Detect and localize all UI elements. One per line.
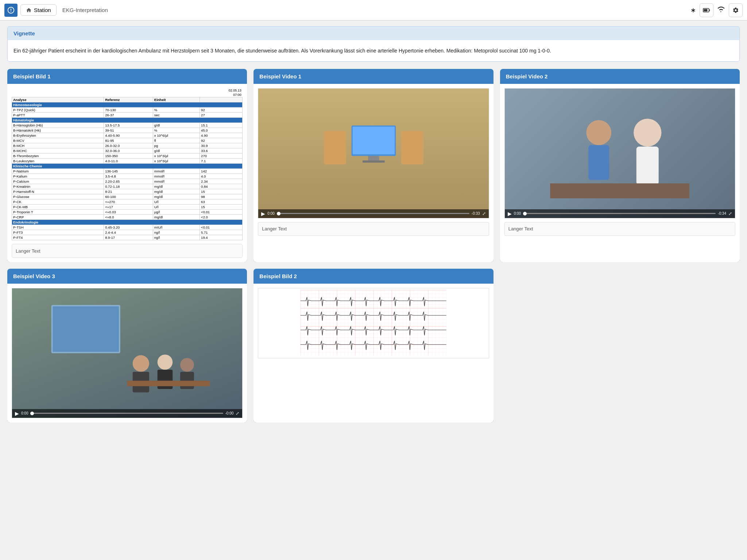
card-title-video-1: Beispiel Video 1 [253, 69, 493, 84]
card-body-bild-1: 02.05.13 07:00 AnalyseReferenzEinheit Hä… [7, 84, 247, 262]
play-button-video-1[interactable]: ▶ [261, 211, 265, 217]
logo-icon [7, 6, 15, 14]
svg-rect-10 [588, 145, 609, 180]
video-1-controls[interactable]: ▶ 0:00 -0:33 ⤢ [258, 209, 488, 218]
svg-rect-6 [363, 160, 385, 163]
expand-icon-video-1[interactable]: ⤢ [482, 211, 486, 216]
svg-point-9 [587, 120, 612, 145]
battery-icon [703, 7, 710, 13]
lab-table: 02.05.13 07:00 AnalyseReferenzEinheit Hä… [12, 88, 243, 240]
video-1-scene [305, 114, 443, 192]
svg-rect-2 [709, 9, 710, 11]
progress-bar-video-3[interactable] [30, 413, 223, 414]
ekg-svg [260, 290, 487, 355]
video-3-player[interactable]: ▶ 0:00 -0:00 ⤢ [12, 288, 243, 418]
caption-video-2[interactable]: Langer Text [504, 222, 735, 236]
vignette-section: Vignette Ein 62-jähriger Patient erschei… [7, 26, 740, 62]
svg-rect-4 [352, 127, 394, 155]
svg-rect-21 [180, 372, 194, 389]
time-current-video-2: 0:00 [514, 211, 521, 215]
card-body-video-1: ▶ 0:00 -0:33 ⤢ Langer Text [253, 84, 493, 262]
svg-rect-12 [636, 146, 659, 184]
play-button-video-2[interactable]: ▶ [508, 211, 512, 217]
card-beispiel-bild-2: Beispiel Bild 2 [253, 269, 493, 422]
svg-rect-1 [704, 9, 708, 11]
app-logo [4, 4, 18, 17]
settings-button[interactable] [729, 3, 743, 17]
station-label: Station [34, 7, 51, 13]
video-3-scene [35, 302, 219, 405]
station-button[interactable]: Station [20, 4, 57, 16]
media-grid: Beispiel Bild 1 02.05.13 07:00 AnalyseRe… [7, 69, 740, 422]
card-body-video-3: ▶ 0:00 -0:00 ⤢ [7, 284, 247, 422]
video-3-controls[interactable]: ▶ 0:00 -0:00 ⤢ [12, 409, 242, 418]
card-title-video-3: Beispiel Video 3 [7, 269, 247, 284]
header-icons: ∗ [690, 3, 743, 17]
video-2-scene [539, 108, 700, 199]
svg-rect-24 [301, 290, 446, 355]
battery-button[interactable] [700, 3, 713, 17]
expand-icon-video-2[interactable]: ⤢ [728, 211, 732, 216]
svg-rect-22 [127, 381, 210, 386]
video-2-controls[interactable]: ▶ 0:00 -0:34 ⤢ [505, 209, 735, 218]
bluetooth-icon: ∗ [690, 6, 696, 14]
video-2-player[interactable]: ▶ 0:00 -0:34 ⤢ [504, 88, 735, 218]
main-content: Vignette Ein 62-jähriger Patient erschei… [0, 20, 747, 428]
station-icon [26, 7, 32, 13]
svg-rect-7 [324, 131, 346, 164]
video-1-player[interactable]: ▶ 0:00 -0:33 ⤢ [258, 88, 489, 218]
card-body-video-2: ▶ 0:00 -0:34 ⤢ Langer Text [500, 84, 740, 262]
vignette-title: Vignette [8, 27, 739, 40]
wifi-icon [717, 6, 725, 14]
card-title-bild-2: Beispiel Bild 2 [253, 269, 493, 284]
settings-icon [732, 7, 739, 13]
card-title-video-2: Beispiel Video 2 [500, 69, 740, 84]
vignette-text: Ein 62-jähriger Patient erscheint in der… [8, 40, 739, 61]
card-body-bild-2 [253, 284, 493, 422]
app-header: Station EKG-Interpretation ∗ [0, 0, 747, 20]
card-beispiel-bild-1: Beispiel Bild 1 02.05.13 07:00 AnalyseRe… [7, 69, 247, 262]
caption-video-1[interactable]: Langer Text [258, 222, 489, 236]
svg-point-20 [180, 358, 194, 372]
svg-rect-8 [401, 131, 423, 164]
svg-rect-15 [53, 306, 119, 352]
card-beispiel-video-3: Beispiel Video 3 [7, 269, 247, 422]
card-beispiel-video-2: Beispiel Video 2 ▶ 0:00 [500, 69, 740, 262]
card-beispiel-video-1: Beispiel Video 1 ▶ 0:00 [253, 69, 493, 262]
svg-point-11 [634, 118, 661, 146]
play-button-video-3[interactable]: ▶ [15, 411, 19, 416]
svg-rect-13 [550, 183, 689, 199]
time-current-video-3: 0:00 [21, 411, 28, 415]
page-title: EKG-Interpretation [62, 7, 690, 13]
progress-bar-video-2[interactable] [523, 213, 716, 214]
time-total-video-3: -0:00 [225, 411, 234, 415]
card-title-bild-1: Beispiel Bild 1 [7, 69, 247, 84]
progress-bar-video-1[interactable] [277, 213, 469, 214]
expand-icon-video-3[interactable]: ⤢ [236, 411, 239, 416]
time-current-video-1: 0:00 [267, 211, 274, 215]
svg-point-16 [133, 355, 149, 372]
time-total-video-1: -0:33 [472, 211, 480, 215]
svg-point-18 [158, 354, 173, 370]
time-total-video-2: -0:34 [718, 211, 726, 215]
caption-bild-1[interactable]: Langer Text [12, 244, 243, 258]
ekg-image [258, 288, 489, 358]
svg-rect-5 [368, 156, 379, 160]
